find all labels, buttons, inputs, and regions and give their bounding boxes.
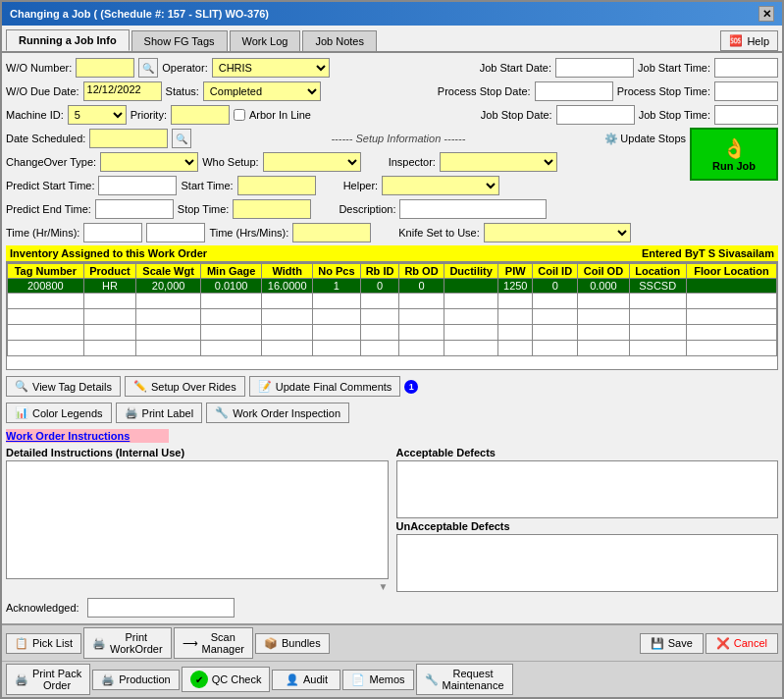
table-cell (686, 279, 776, 294)
tab-work-log[interactable]: Work Log (230, 30, 301, 51)
tab-show-fg-tags[interactable]: Show FG Tags (131, 30, 228, 51)
content-area: W/O Number: 376 🔍 Operator: CHRIS Job St… (2, 53, 782, 623)
form-row-2: W/O Due Date: 12/12/2022 Status: Complet… (6, 81, 778, 102)
update-stops-btn[interactable]: ⚙️ Update Stops (604, 133, 686, 145)
table-cell (444, 279, 498, 294)
entered-by: Entered ByT S Sivasailam (642, 247, 774, 259)
action-buttons-row1: 🔍 View Tag Details ✏️ Setup Over Rides 📝… (6, 372, 778, 401)
view-tag-label: View Tag Details (32, 381, 112, 393)
date-scheduled-input[interactable]: 12/12/2022 (89, 129, 168, 148)
request-maintenance-button[interactable]: 🔧 RequestMaintenance (416, 664, 513, 695)
priority-input[interactable]: 998 (171, 105, 230, 125)
help-button[interactable]: 🆘 Help (720, 30, 778, 51)
save-button[interactable]: 💾 Save (640, 633, 704, 654)
unacceptable-defects-textarea[interactable] (396, 534, 779, 592)
table-cell: 0 (533, 279, 578, 294)
inventory-section: Inventory Assigned to this Work Order En… (6, 245, 778, 370)
cancel-button[interactable]: ❌ Cancel (706, 633, 778, 654)
update-stops-icon: ⚙️ (604, 133, 618, 145)
memos-button[interactable]: 📄 Memos (342, 670, 413, 690)
print-pack-icon: 🖨️ (15, 673, 28, 686)
table-cell: SSCSD (629, 279, 686, 294)
inspector-select[interactable] (440, 152, 557, 172)
color-legends-button[interactable]: 📊 Color Legends (6, 403, 112, 423)
time-min-input[interactable] (146, 223, 205, 242)
wo-inspection-label: Work Order Inspection (233, 407, 340, 419)
time-hrmin2-input[interactable] (292, 223, 371, 242)
time-hrmin2-label: Time (Hrs/Mins): (209, 227, 288, 239)
who-setup-select[interactable] (263, 152, 361, 172)
setup-info-header: ------ Setup Information ------ (195, 133, 601, 144)
time-row: Time (Hr/Mins): Time (Hrs/Mins): Knife S… (6, 222, 686, 243)
arbor-inline-checkbox[interactable] (234, 109, 245, 121)
wo-due-date-label: W/O Due Date: (6, 85, 79, 97)
inventory-title: Inventory Assigned to this Work Order (10, 247, 207, 259)
table-cell: 0 (360, 279, 398, 294)
helper-select[interactable] (382, 176, 499, 195)
wo-number-input[interactable]: 376 (76, 58, 134, 78)
inventory-header-row: Tag Number Product Scale Wgt Min Gage Wi… (8, 264, 777, 279)
setup-over-rides-button[interactable]: ✏️ Setup Over Rides (125, 376, 245, 397)
machine-id-select[interactable]: 5 (68, 105, 127, 125)
wo-due-date-value: 12/12/2022 (83, 81, 162, 101)
run-job-button[interactable]: 👌 Run Job (690, 128, 778, 181)
form-row-3: Machine ID: 5 Priority: 998 Arbor In Lin… (6, 104, 778, 126)
production-button[interactable]: 🖨️ Production (92, 670, 180, 690)
job-stop-date-label: Job Stop Date: (481, 109, 552, 121)
badge-1: 1 (404, 380, 418, 394)
job-stop-time-input[interactable]: 2:14 PM (714, 105, 778, 125)
acceptable-defects-textarea[interactable] (396, 460, 779, 518)
date-search-icon[interactable]: 🔍 (172, 129, 191, 148)
setup-overrides-icon: ✏️ (133, 380, 147, 393)
main-window: Changing a Job ( (Schedule #: 157 - SLIT… (0, 0, 784, 699)
changeover-select[interactable] (100, 152, 198, 172)
table-row[interactable]: 200800HR20,0000.010016.0000100125000.000… (8, 279, 777, 294)
print-label-button[interactable]: 🖨️ Print Label (116, 403, 203, 423)
print-pack-order-button[interactable]: 🖨️ Print PackOrder (6, 664, 90, 695)
close-button[interactable]: ✕ (758, 6, 774, 22)
process-stop-date-label: Process Stop Date: (438, 85, 531, 97)
detailed-instructions-textarea[interactable] (6, 460, 389, 579)
col-floor-location: Floor Location (686, 264, 776, 279)
defects-col: Acceptable Defects UnAcceptable Defects (396, 447, 779, 592)
job-start-date-label: Job Start Date: (480, 62, 551, 74)
scan-manager-icon: ⟶ (183, 637, 198, 650)
start-time-input[interactable] (237, 176, 316, 195)
description-input[interactable] (399, 199, 547, 219)
bundles-button[interactable]: 📦 Bundles (255, 633, 330, 654)
start-time-label: Start Time: (181, 180, 233, 191)
bottom-area: 📋 Pick List 🖨️ PrintWorkOrder ⟶ ScanMana… (2, 623, 782, 697)
predict-start-input[interactable] (98, 176, 177, 195)
knife-set-select[interactable] (484, 223, 631, 242)
predict-end-input[interactable] (95, 199, 174, 219)
col-rb-od: Rb OD (399, 264, 444, 279)
toolbar-row1: 📋 Pick List 🖨️ PrintWorkOrder ⟶ ScanMana… (2, 623, 782, 661)
bundles-icon: 📦 (264, 637, 278, 650)
view-tag-details-button[interactable]: 🔍 View Tag Details (6, 376, 121, 397)
stop-time-input[interactable] (233, 199, 311, 219)
pick-list-button[interactable]: 📋 Pick List (6, 633, 81, 654)
col-ductility: Ductility (444, 264, 498, 279)
tab-job-notes[interactable]: Job Notes (302, 30, 377, 51)
work-order-inspection-button[interactable]: 🔧 Work Order Inspection (206, 403, 349, 423)
status-select[interactable]: Completed (203, 81, 321, 101)
col-piw: PIW (498, 264, 533, 279)
scan-manager-button[interactable]: ⟶ ScanManager (174, 627, 253, 659)
wo-search-icon[interactable]: 🔍 (138, 58, 158, 78)
table-cell: 1250 (498, 279, 533, 294)
job-stop-date-input[interactable]: 12/09/2022 (556, 105, 635, 125)
acknowledged-input[interactable] (87, 598, 235, 618)
process-stop-time-input[interactable]: 2:14 PM (714, 81, 778, 101)
job-start-date-input[interactable]: 12/09/2022 (555, 58, 634, 78)
audit-button[interactable]: 👤 Audit (272, 670, 340, 690)
process-stop-date-input[interactable]: 12/09/2022 (535, 81, 613, 101)
qc-check-button[interactable]: ✔ QC Check (182, 667, 271, 692)
inventory-table-wrapper[interactable]: Tag Number Product Scale Wgt Min Gage Wi… (6, 262, 778, 370)
job-start-time-input[interactable]: 1:36 PM (714, 58, 778, 78)
operator-select[interactable]: CHRIS (212, 58, 330, 78)
update-final-comments-button[interactable]: 📝 Update Final Comments (249, 376, 401, 397)
tab-running-job-info[interactable]: Running a Job Info (6, 29, 130, 51)
time-hr-input[interactable] (83, 223, 142, 242)
predict-end-row: Predict End Time: Stop Time: Description… (6, 198, 686, 220)
print-workorder-button[interactable]: 🖨️ PrintWorkOrder (83, 627, 172, 659)
